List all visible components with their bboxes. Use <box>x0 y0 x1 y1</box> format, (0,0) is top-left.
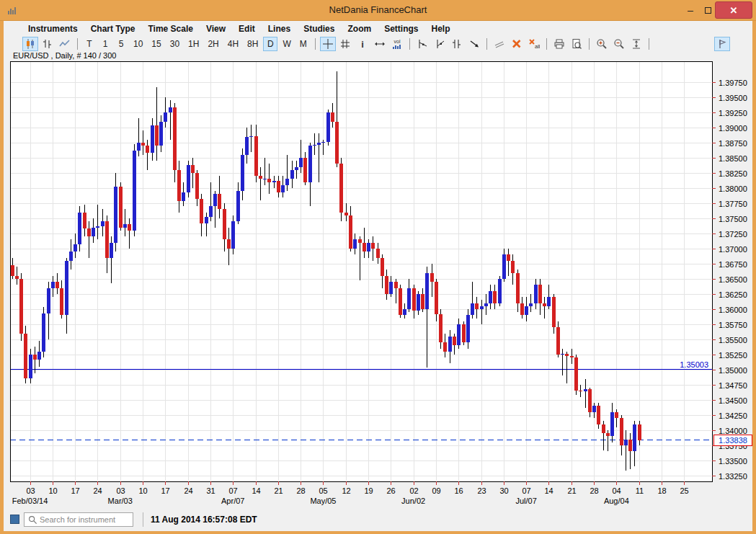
trend-line-button[interactable] <box>414 37 430 51</box>
candle-body <box>137 143 141 151</box>
fit-vertical-button[interactable] <box>628 37 644 51</box>
zoom-out-button[interactable] <box>611 37 627 51</box>
week-tick-label: 12 <box>342 486 350 495</box>
candle-body <box>335 122 339 164</box>
volume-button[interactable]: vol <box>389 37 405 51</box>
minimize-button[interactable]: – <box>684 1 697 19</box>
horizontal-scroll-button[interactable] <box>372 37 388 51</box>
candle-body <box>169 107 172 112</box>
week-tick-label: 03 <box>116 486 125 495</box>
price-chart[interactable]: EUR/USD , Daily, # 140 / 3001.350031.332… <box>4 52 752 509</box>
candle-body <box>317 143 321 145</box>
crosshair-button[interactable] <box>320 37 336 51</box>
candle-body <box>493 291 497 303</box>
candle-body <box>358 239 362 242</box>
candle-body <box>236 191 240 221</box>
print-button[interactable] <box>551 37 567 51</box>
price-axis[interactable]: 1.332501.335001.337501.340001.342501.345… <box>712 79 747 481</box>
delete-line-button[interactable] <box>509 37 525 51</box>
grid-button[interactable] <box>337 37 353 51</box>
menu-item-instruments[interactable]: Instruments <box>22 22 84 35</box>
menu-item-edit[interactable]: Edit <box>232 22 262 35</box>
candle-body <box>83 213 86 229</box>
channel-button[interactable] <box>449 37 465 51</box>
window-border-right <box>752 21 756 534</box>
timeframe-button-tf-30m[interactable]: 30 <box>166 37 183 51</box>
pin-window-button[interactable] <box>714 37 730 51</box>
timeframe-button-tf-monthly[interactable]: M <box>296 37 311 51</box>
price-tick-label: 1.35750 <box>719 321 747 329</box>
timeframe-button-tf-2h[interactable]: 2H <box>204 37 222 51</box>
line-chart-button[interactable] <box>57 37 73 51</box>
timeframe-button-tf-4h[interactable]: 4H <box>224 37 242 51</box>
week-tick-label: 02 <box>409 486 418 495</box>
month-label: Jul/07 <box>515 497 536 505</box>
maximize-button[interactable] <box>701 1 714 19</box>
timeframe-button-tf-1h[interactable]: 1H <box>184 37 203 51</box>
timeframe-button-tf-weekly[interactable]: W <box>279 37 294 51</box>
close-icon: ✕ <box>730 5 738 16</box>
ohlc-bars-button[interactable] <box>40 37 55 51</box>
search-input[interactable] <box>40 515 125 524</box>
timeframe-button-tf-10m[interactable]: 10 <box>130 37 146 51</box>
info-button[interactable]: i <box>355 37 370 51</box>
menu-item-lines[interactable]: Lines <box>262 22 297 35</box>
menu-item-chart-type[interactable]: Chart Type <box>84 22 142 35</box>
price-tick-label: 1.34750 <box>719 381 747 390</box>
menu-item-zoom[interactable]: Zoom <box>341 22 378 35</box>
timeframe-button-tf-1m[interactable]: 1 <box>98 37 112 51</box>
candle-body <box>326 112 330 142</box>
candle-body <box>47 288 50 313</box>
fit-vertical-icon <box>631 38 642 50</box>
candle-body <box>60 288 63 316</box>
toolbar: T151015301H2H4H8HDWMivolall <box>4 36 752 52</box>
delete-all-lines-button[interactable]: all <box>526 37 542 51</box>
timeframe-button-tf-daily[interactable]: D <box>263 37 277 51</box>
close-button[interactable]: ✕ <box>715 1 752 19</box>
menu-item-view[interactable]: View <box>200 22 232 35</box>
title-bar[interactable]: NetDania FinanceChart – ✕ <box>0 0 756 21</box>
candle-body <box>209 206 213 217</box>
candle-body <box>281 185 285 192</box>
window-border-bottom <box>0 531 756 534</box>
week-tick-label: 24 <box>93 486 102 495</box>
timeframe-button-tf-5m[interactable]: 5 <box>114 37 128 51</box>
week-tick-label: 17 <box>161 486 169 495</box>
week-tick-label: 03 <box>26 486 35 495</box>
candle-body <box>101 221 104 226</box>
candle-body <box>588 389 592 412</box>
menu-item-settings[interactable]: Settings <box>378 22 424 35</box>
candle-body <box>69 252 73 261</box>
zoom-in-icon <box>596 38 608 50</box>
print-preview-button[interactable] <box>569 37 584 51</box>
timeframe-button-tf-15m[interactable]: 15 <box>148 37 164 51</box>
candle-body <box>146 146 149 153</box>
menu-item-studies[interactable]: Studies <box>297 22 341 35</box>
timeframe-button-tf-8h[interactable]: 8H <box>244 37 262 51</box>
trend-line-extended-button[interactable] <box>432 37 448 51</box>
candle-body <box>353 239 357 249</box>
parallel-lines-button[interactable] <box>492 37 507 51</box>
menu-item-help[interactable]: Help <box>424 22 456 35</box>
candle-body <box>453 337 456 346</box>
grid-icon <box>339 38 351 50</box>
week-tick-label: 11 <box>636 486 644 495</box>
instrument-search-box[interactable] <box>24 512 133 527</box>
timeframe-button-tf-tick[interactable]: T <box>82 37 97 51</box>
week-tick-label: 17 <box>71 486 79 495</box>
channel-icon <box>451 38 463 50</box>
price-tick-label: 1.36000 <box>719 306 747 314</box>
candle-body <box>231 221 235 249</box>
time-axis[interactable]: 0310172403101724310714212805121926020916… <box>12 481 689 505</box>
connection-status-icon[interactable] <box>10 515 19 524</box>
week-tick-label: 18 <box>657 486 666 495</box>
zoom-in-button[interactable] <box>594 37 610 51</box>
window-title: NetDania FinanceChart <box>0 4 756 15</box>
menu-item-time-scale[interactable]: Time Scale <box>141 22 199 35</box>
maximize-icon <box>705 7 711 14</box>
chart-area[interactable]: EUR/USD , Daily, # 140 / 3001.350031.332… <box>4 52 752 509</box>
candlestick-chart-button[interactable] <box>22 37 38 51</box>
ray-button[interactable] <box>466 37 482 51</box>
candle-body <box>602 424 605 434</box>
candle-body <box>403 309 406 315</box>
